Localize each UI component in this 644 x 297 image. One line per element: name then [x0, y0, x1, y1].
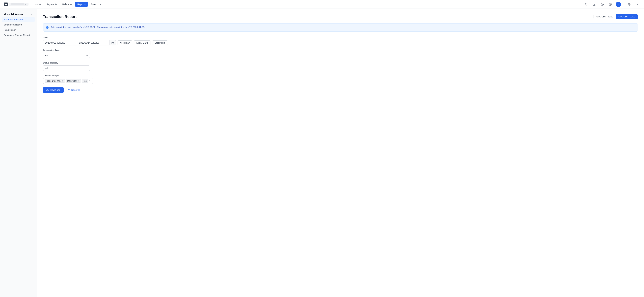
column-tag-trade-date-remove[interactable]: × [62, 80, 64, 82]
column-tag-date-utc-label: Date(UTC) [67, 80, 77, 82]
quick-lastmonth-btn[interactable]: Last Month [152, 40, 168, 45]
topbar-right: U [584, 2, 640, 7]
dropdown-arrow-btn[interactable] [634, 2, 640, 7]
status-category-label: Status category [43, 61, 638, 64]
column-tag-date-utc-remove[interactable]: × [78, 80, 80, 82]
svg-rect-10 [112, 42, 114, 44]
columns-selector[interactable]: Trade Date(UT... × Date(UTC) × +16 [43, 78, 93, 84]
column-tag-trade-date-label: Trade Date(UT... [46, 80, 62, 82]
column-tag-trade-date: Trade Date(UT... × [45, 79, 65, 83]
calendar-icon [111, 41, 114, 44]
logo-icon [4, 2, 8, 6]
svg-rect-0 [5, 4, 7, 5]
topbar: Home Payments Balances Reports Tools [0, 0, 644, 9]
sidebar: Financial Reports Transaction Report Set… [0, 9, 37, 297]
download-label: Download [50, 89, 60, 91]
reset-icon [68, 89, 70, 91]
lang-icon [628, 3, 630, 6]
help-icon-btn[interactable] [600, 2, 605, 7]
nav-item-payments[interactable]: Payments [44, 2, 59, 7]
main-content: Transaction Report UTC/GMT+08:00 UTC/GMT… [37, 9, 644, 297]
sidebar-item-processed-escrow-report[interactable]: Processed Escrow Report [2, 33, 35, 37]
tz-utc0-btn[interactable]: UTC/GMT+00:00 [616, 14, 638, 19]
info-icon [46, 26, 49, 29]
lang-toggle-btn[interactable] [626, 2, 632, 7]
download-button[interactable]: Download [43, 87, 64, 93]
settings-icon-btn[interactable] [608, 2, 613, 7]
chevron-up-icon [30, 13, 33, 16]
company-name [11, 3, 24, 5]
company-selector[interactable] [9, 3, 28, 6]
sidebar-section-financial-reports[interactable]: Financial Reports [2, 12, 35, 17]
nav-item-balances[interactable]: Balances [60, 2, 74, 7]
info-banner: Data is updated every day before UTC 06:… [43, 23, 638, 31]
date-row: – Yesterday Last 7 Days Last Month [43, 40, 638, 45]
download-icon [46, 89, 49, 91]
top-nav: Home Payments Balances Reports Tools [32, 2, 102, 7]
reset-label: Reset all [71, 89, 80, 91]
nav-item-tools-wrapper: Tools [88, 2, 102, 7]
tools-chevron-icon [100, 3, 102, 5]
gear-icon [609, 3, 612, 6]
dropdown-chevron-icon [636, 3, 638, 5]
quick-yesterday-btn[interactable]: Yesterday [118, 40, 132, 45]
quick-last7days-btn[interactable]: Last 7 Days [134, 40, 150, 45]
date-label: Date [43, 36, 638, 39]
sidebar-item-settlement-report[interactable]: Settlement Report [2, 22, 35, 27]
sidebar-item-fund-report[interactable]: Fund Report [2, 27, 35, 32]
date-input-group: – [43, 40, 116, 45]
status-category-select[interactable]: All [43, 65, 90, 71]
avatar[interactable]: U [616, 2, 621, 7]
sidebar-section-title: Financial Reports [4, 13, 23, 16]
page-header: Transaction Report UTC/GMT+08:00 UTC/GMT… [43, 14, 638, 19]
divider [624, 2, 624, 6]
columns-chevron-icon [89, 80, 92, 82]
transaction-type-select[interactable]: All [43, 53, 90, 58]
date-form-group: Date – Yesterday Last 7 Days Last Month [43, 36, 638, 45]
tz-utc8-btn[interactable]: UTC/GMT+08:00 [594, 14, 616, 19]
transaction-type-select-wrapper: All [43, 53, 90, 58]
timezone-toggle: UTC/GMT+08:00 UTC/GMT+00:00 [594, 14, 638, 19]
download-icon-btn[interactable] [592, 2, 597, 7]
date-from-input[interactable] [43, 40, 75, 45]
info-banner-text: Data is updated every day before UTC 06:… [50, 26, 145, 28]
transaction-type-form-group: Transaction Type All [43, 49, 638, 58]
logo-area [4, 2, 28, 6]
calendar-icon-btn[interactable] [110, 40, 116, 45]
download-nav-icon [593, 3, 596, 6]
page-title: Transaction Report [43, 14, 76, 19]
nav-item-reports[interactable]: Reports [75, 2, 88, 7]
status-category-select-wrapper: All [43, 65, 90, 71]
svg-point-4 [610, 4, 611, 5]
nav-item-home[interactable]: Home [32, 2, 44, 7]
sidebar-item-transaction-report[interactable]: Transaction Report [2, 17, 35, 22]
nav-item-tools[interactable]: Tools [88, 2, 99, 7]
columns-extra-count: +16 [82, 79, 88, 83]
reset-all-button[interactable]: Reset all [66, 87, 82, 93]
columns-label: Columns in report [43, 74, 638, 77]
layout: Financial Reports Transaction Report Set… [0, 9, 644, 297]
bell-icon [585, 3, 588, 6]
chevron-down-icon [25, 3, 27, 5]
bell-icon-btn[interactable] [584, 2, 589, 7]
date-to-input[interactable] [77, 40, 110, 45]
columns-form-group: Columns in report Trade Date(UT... × Dat… [43, 74, 638, 84]
transaction-type-label: Transaction Type [43, 49, 638, 51]
help-icon [601, 3, 604, 6]
column-tag-date-utc: Date(UTC) × [66, 79, 81, 83]
status-category-form-group: Status category All [43, 61, 638, 71]
actions-row: Download Reset all [43, 87, 638, 93]
date-separator: – [75, 41, 77, 44]
